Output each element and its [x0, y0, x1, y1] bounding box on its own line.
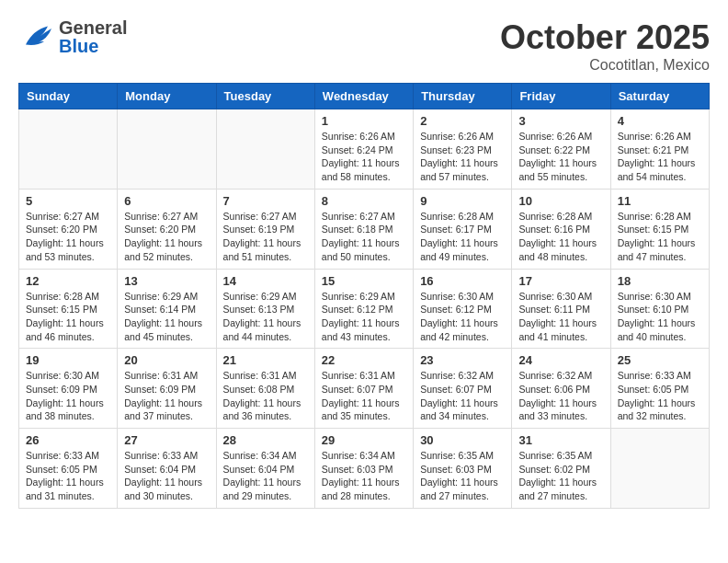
day-number: 3 [518, 114, 603, 128]
page-header: General Blue October 2025 Cocotitlan, Me… [18, 18, 710, 74]
calendar-cell: 21Sunrise: 6:31 AM Sunset: 6:08 PM Dayli… [216, 349, 314, 429]
day-number: 10 [518, 194, 603, 208]
calendar-cell: 7Sunrise: 6:27 AM Sunset: 6:19 PM Daylig… [216, 189, 314, 269]
day-info: Sunrise: 6:35 AM Sunset: 6:03 PM Dayligh… [420, 449, 505, 503]
day-info: Sunrise: 6:31 AM Sunset: 6:08 PM Dayligh… [223, 369, 308, 423]
calendar-cell: 3Sunrise: 6:26 AM Sunset: 6:22 PM Daylig… [512, 109, 610, 190]
day-number: 23 [420, 353, 505, 367]
calendar-cell: 22Sunrise: 6:31 AM Sunset: 6:07 PM Dayli… [314, 349, 413, 429]
weekday-header-row: SundayMondayTuesdayWednesdayThursdayFrid… [19, 84, 710, 109]
day-number: 16 [420, 274, 505, 288]
calendar-cell: 15Sunrise: 6:29 AM Sunset: 6:12 PM Dayli… [314, 269, 413, 349]
logo-general-text: General [59, 18, 127, 37]
day-number: 18 [618, 274, 702, 288]
weekday-header-sunday: Sunday [19, 84, 118, 109]
day-info: Sunrise: 6:26 AM Sunset: 6:22 PM Dayligh… [518, 130, 603, 184]
day-info: Sunrise: 6:30 AM Sunset: 6:10 PM Dayligh… [618, 290, 702, 344]
weekday-header-saturday: Saturday [610, 84, 709, 109]
calendar-cell: 26Sunrise: 6:33 AM Sunset: 6:05 PM Dayli… [19, 429, 118, 509]
weekday-header-tuesday: Tuesday [216, 84, 314, 109]
day-number: 6 [124, 194, 209, 208]
calendar-cell: 29Sunrise: 6:34 AM Sunset: 6:03 PM Dayli… [314, 429, 413, 509]
calendar-cell: 9Sunrise: 6:28 AM Sunset: 6:17 PM Daylig… [414, 189, 512, 269]
calendar-cell [610, 429, 709, 509]
day-number: 28 [223, 433, 308, 447]
calendar-week-5: 26Sunrise: 6:33 AM Sunset: 6:05 PM Dayli… [19, 429, 710, 509]
calendar-table: SundayMondayTuesdayWednesdayThursdayFrid… [18, 83, 710, 509]
day-info: Sunrise: 6:32 AM Sunset: 6:07 PM Dayligh… [420, 369, 505, 423]
calendar-cell [216, 109, 314, 190]
day-info: Sunrise: 6:34 AM Sunset: 6:04 PM Dayligh… [223, 449, 308, 503]
day-number: 26 [26, 433, 110, 447]
calendar-cell: 1Sunrise: 6:26 AM Sunset: 6:24 PM Daylig… [314, 109, 413, 190]
month-title: October 2025 [500, 18, 710, 57]
logo-icon [18, 21, 55, 53]
day-number: 7 [223, 194, 308, 208]
calendar-cell: 30Sunrise: 6:35 AM Sunset: 6:03 PM Dayli… [414, 429, 512, 509]
day-number: 24 [518, 353, 603, 367]
day-number: 13 [124, 274, 209, 288]
day-info: Sunrise: 6:27 AM Sunset: 6:20 PM Dayligh… [124, 210, 209, 264]
calendar-cell: 10Sunrise: 6:28 AM Sunset: 6:16 PM Dayli… [512, 189, 610, 269]
day-info: Sunrise: 6:26 AM Sunset: 6:23 PM Dayligh… [420, 130, 505, 184]
weekday-header-thursday: Thursday [414, 84, 512, 109]
calendar-week-4: 19Sunrise: 6:30 AM Sunset: 6:09 PM Dayli… [19, 349, 710, 429]
calendar-week-3: 12Sunrise: 6:28 AM Sunset: 6:15 PM Dayli… [19, 269, 710, 349]
day-info: Sunrise: 6:33 AM Sunset: 6:04 PM Dayligh… [124, 449, 209, 503]
day-number: 31 [518, 433, 603, 447]
day-number: 25 [618, 353, 702, 367]
calendar-week-1: 1Sunrise: 6:26 AM Sunset: 6:24 PM Daylig… [19, 109, 710, 190]
logo-text: General Blue [59, 18, 127, 55]
calendar-cell [118, 109, 216, 190]
day-number: 11 [618, 194, 702, 208]
day-info: Sunrise: 6:28 AM Sunset: 6:15 PM Dayligh… [26, 290, 110, 344]
day-info: Sunrise: 6:26 AM Sunset: 6:24 PM Dayligh… [322, 130, 406, 184]
day-info: Sunrise: 6:30 AM Sunset: 6:12 PM Dayligh… [420, 290, 505, 344]
day-info: Sunrise: 6:30 AM Sunset: 6:11 PM Dayligh… [518, 290, 603, 344]
day-info: Sunrise: 6:29 AM Sunset: 6:12 PM Dayligh… [322, 290, 406, 344]
calendar-cell: 24Sunrise: 6:32 AM Sunset: 6:06 PM Dayli… [512, 349, 610, 429]
day-info: Sunrise: 6:29 AM Sunset: 6:13 PM Dayligh… [223, 290, 308, 344]
calendar-cell: 2Sunrise: 6:26 AM Sunset: 6:23 PM Daylig… [414, 109, 512, 190]
day-info: Sunrise: 6:27 AM Sunset: 6:20 PM Dayligh… [26, 210, 110, 264]
title-block: October 2025 Cocotitlan, Mexico [500, 18, 710, 74]
calendar-cell: 8Sunrise: 6:27 AM Sunset: 6:18 PM Daylig… [314, 189, 413, 269]
day-info: Sunrise: 6:27 AM Sunset: 6:18 PM Dayligh… [322, 210, 406, 264]
day-info: Sunrise: 6:34 AM Sunset: 6:03 PM Dayligh… [322, 449, 406, 503]
day-info: Sunrise: 6:31 AM Sunset: 6:07 PM Dayligh… [322, 369, 406, 423]
calendar-cell: 27Sunrise: 6:33 AM Sunset: 6:04 PM Dayli… [118, 429, 216, 509]
calendar-cell: 28Sunrise: 6:34 AM Sunset: 6:04 PM Dayli… [216, 429, 314, 509]
day-info: Sunrise: 6:33 AM Sunset: 6:05 PM Dayligh… [618, 369, 702, 423]
day-info: Sunrise: 6:28 AM Sunset: 6:16 PM Dayligh… [518, 210, 603, 264]
calendar-cell: 20Sunrise: 6:31 AM Sunset: 6:09 PM Dayli… [118, 349, 216, 429]
calendar-week-2: 5Sunrise: 6:27 AM Sunset: 6:20 PM Daylig… [19, 189, 710, 269]
day-number: 5 [26, 194, 110, 208]
day-number: 2 [420, 114, 505, 128]
calendar-cell: 13Sunrise: 6:29 AM Sunset: 6:14 PM Dayli… [118, 269, 216, 349]
day-number: 30 [420, 433, 505, 447]
weekday-header-friday: Friday [512, 84, 610, 109]
day-number: 14 [223, 274, 308, 288]
calendar-cell: 17Sunrise: 6:30 AM Sunset: 6:11 PM Dayli… [512, 269, 610, 349]
day-info: Sunrise: 6:29 AM Sunset: 6:14 PM Dayligh… [124, 290, 209, 344]
calendar-cell: 19Sunrise: 6:30 AM Sunset: 6:09 PM Dayli… [19, 349, 118, 429]
day-number: 12 [26, 274, 110, 288]
weekday-header-monday: Monday [118, 84, 216, 109]
day-number: 8 [322, 194, 406, 208]
weekday-header-wednesday: Wednesday [314, 84, 413, 109]
day-number: 21 [223, 353, 308, 367]
day-number: 19 [26, 353, 110, 367]
day-number: 27 [124, 433, 209, 447]
location-subtitle: Cocotitlan, Mexico [500, 57, 710, 74]
day-number: 20 [124, 353, 209, 367]
day-info: Sunrise: 6:26 AM Sunset: 6:21 PM Dayligh… [618, 130, 702, 184]
calendar-cell [19, 109, 118, 190]
day-number: 15 [322, 274, 406, 288]
calendar-cell: 6Sunrise: 6:27 AM Sunset: 6:20 PM Daylig… [118, 189, 216, 269]
calendar-cell: 18Sunrise: 6:30 AM Sunset: 6:10 PM Dayli… [610, 269, 709, 349]
calendar-cell: 12Sunrise: 6:28 AM Sunset: 6:15 PM Dayli… [19, 269, 118, 349]
day-info: Sunrise: 6:35 AM Sunset: 6:02 PM Dayligh… [518, 449, 603, 503]
day-info: Sunrise: 6:27 AM Sunset: 6:19 PM Dayligh… [223, 210, 308, 264]
day-number: 29 [322, 433, 406, 447]
day-info: Sunrise: 6:33 AM Sunset: 6:05 PM Dayligh… [26, 449, 110, 503]
